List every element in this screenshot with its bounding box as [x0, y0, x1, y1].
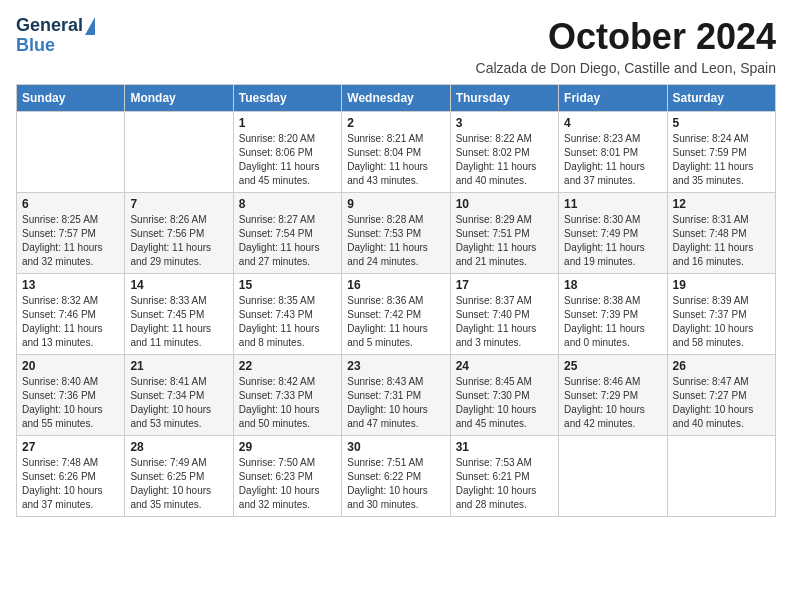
day-info: Sunrise: 8:38 AM Sunset: 7:39 PM Dayligh…	[564, 294, 661, 350]
day-info: Sunrise: 8:28 AM Sunset: 7:53 PM Dayligh…	[347, 213, 444, 269]
day-number: 13	[22, 278, 119, 292]
calendar-cell	[667, 436, 775, 517]
day-number: 22	[239, 359, 336, 373]
calendar-cell: 3Sunrise: 8:22 AM Sunset: 8:02 PM Daylig…	[450, 112, 558, 193]
calendar-cell: 15Sunrise: 8:35 AM Sunset: 7:43 PM Dayli…	[233, 274, 341, 355]
calendar-cell: 19Sunrise: 8:39 AM Sunset: 7:37 PM Dayli…	[667, 274, 775, 355]
day-info: Sunrise: 7:48 AM Sunset: 6:26 PM Dayligh…	[22, 456, 119, 512]
calendar-cell: 14Sunrise: 8:33 AM Sunset: 7:45 PM Dayli…	[125, 274, 233, 355]
day-info: Sunrise: 8:46 AM Sunset: 7:29 PM Dayligh…	[564, 375, 661, 431]
weekday-header-monday: Monday	[125, 85, 233, 112]
calendar-cell: 4Sunrise: 8:23 AM Sunset: 8:01 PM Daylig…	[559, 112, 667, 193]
day-info: Sunrise: 8:39 AM Sunset: 7:37 PM Dayligh…	[673, 294, 770, 350]
logo-blue: Blue	[16, 36, 55, 56]
day-number: 4	[564, 116, 661, 130]
day-info: Sunrise: 7:51 AM Sunset: 6:22 PM Dayligh…	[347, 456, 444, 512]
day-number: 28	[130, 440, 227, 454]
calendar-cell: 17Sunrise: 8:37 AM Sunset: 7:40 PM Dayli…	[450, 274, 558, 355]
weekday-header-friday: Friday	[559, 85, 667, 112]
calendar-week-4: 20Sunrise: 8:40 AM Sunset: 7:36 PM Dayli…	[17, 355, 776, 436]
calendar-cell: 26Sunrise: 8:47 AM Sunset: 7:27 PM Dayli…	[667, 355, 775, 436]
calendar-cell: 13Sunrise: 8:32 AM Sunset: 7:46 PM Dayli…	[17, 274, 125, 355]
day-info: Sunrise: 8:40 AM Sunset: 7:36 PM Dayligh…	[22, 375, 119, 431]
day-info: Sunrise: 8:45 AM Sunset: 7:30 PM Dayligh…	[456, 375, 553, 431]
day-info: Sunrise: 7:49 AM Sunset: 6:25 PM Dayligh…	[130, 456, 227, 512]
calendar-cell: 10Sunrise: 8:29 AM Sunset: 7:51 PM Dayli…	[450, 193, 558, 274]
weekday-header-saturday: Saturday	[667, 85, 775, 112]
day-number: 3	[456, 116, 553, 130]
day-info: Sunrise: 8:31 AM Sunset: 7:48 PM Dayligh…	[673, 213, 770, 269]
day-number: 7	[130, 197, 227, 211]
calendar-cell: 21Sunrise: 8:41 AM Sunset: 7:34 PM Dayli…	[125, 355, 233, 436]
logo-general: General	[16, 16, 83, 36]
day-number: 27	[22, 440, 119, 454]
location-title: Calzada de Don Diego, Castille and Leon,…	[476, 60, 776, 76]
day-number: 10	[456, 197, 553, 211]
day-info: Sunrise: 8:21 AM Sunset: 8:04 PM Dayligh…	[347, 132, 444, 188]
day-info: Sunrise: 8:26 AM Sunset: 7:56 PM Dayligh…	[130, 213, 227, 269]
day-number: 15	[239, 278, 336, 292]
weekday-header-tuesday: Tuesday	[233, 85, 341, 112]
calendar-cell: 20Sunrise: 8:40 AM Sunset: 7:36 PM Dayli…	[17, 355, 125, 436]
calendar-cell: 27Sunrise: 7:48 AM Sunset: 6:26 PM Dayli…	[17, 436, 125, 517]
day-info: Sunrise: 8:20 AM Sunset: 8:06 PM Dayligh…	[239, 132, 336, 188]
day-number: 5	[673, 116, 770, 130]
day-info: Sunrise: 8:41 AM Sunset: 7:34 PM Dayligh…	[130, 375, 227, 431]
calendar-body: 1Sunrise: 8:20 AM Sunset: 8:06 PM Daylig…	[17, 112, 776, 517]
day-number: 17	[456, 278, 553, 292]
day-info: Sunrise: 8:37 AM Sunset: 7:40 PM Dayligh…	[456, 294, 553, 350]
calendar-cell: 23Sunrise: 8:43 AM Sunset: 7:31 PM Dayli…	[342, 355, 450, 436]
day-number: 14	[130, 278, 227, 292]
calendar-week-5: 27Sunrise: 7:48 AM Sunset: 6:26 PM Dayli…	[17, 436, 776, 517]
calendar-cell: 2Sunrise: 8:21 AM Sunset: 8:04 PM Daylig…	[342, 112, 450, 193]
day-number: 18	[564, 278, 661, 292]
day-info: Sunrise: 8:25 AM Sunset: 7:57 PM Dayligh…	[22, 213, 119, 269]
logo-icon	[85, 17, 95, 35]
day-info: Sunrise: 7:53 AM Sunset: 6:21 PM Dayligh…	[456, 456, 553, 512]
calendar-cell: 6Sunrise: 8:25 AM Sunset: 7:57 PM Daylig…	[17, 193, 125, 274]
weekday-header-wednesday: Wednesday	[342, 85, 450, 112]
calendar-cell: 24Sunrise: 8:45 AM Sunset: 7:30 PM Dayli…	[450, 355, 558, 436]
calendar-cell: 11Sunrise: 8:30 AM Sunset: 7:49 PM Dayli…	[559, 193, 667, 274]
day-info: Sunrise: 8:29 AM Sunset: 7:51 PM Dayligh…	[456, 213, 553, 269]
day-number: 12	[673, 197, 770, 211]
day-number: 19	[673, 278, 770, 292]
day-number: 1	[239, 116, 336, 130]
calendar-cell: 29Sunrise: 7:50 AM Sunset: 6:23 PM Dayli…	[233, 436, 341, 517]
day-info: Sunrise: 8:32 AM Sunset: 7:46 PM Dayligh…	[22, 294, 119, 350]
day-info: Sunrise: 8:35 AM Sunset: 7:43 PM Dayligh…	[239, 294, 336, 350]
day-info: Sunrise: 8:36 AM Sunset: 7:42 PM Dayligh…	[347, 294, 444, 350]
day-number: 20	[22, 359, 119, 373]
calendar-cell	[125, 112, 233, 193]
day-info: Sunrise: 8:33 AM Sunset: 7:45 PM Dayligh…	[130, 294, 227, 350]
day-number: 23	[347, 359, 444, 373]
day-number: 25	[564, 359, 661, 373]
day-info: Sunrise: 8:23 AM Sunset: 8:01 PM Dayligh…	[564, 132, 661, 188]
day-number: 31	[456, 440, 553, 454]
calendar-cell: 28Sunrise: 7:49 AM Sunset: 6:25 PM Dayli…	[125, 436, 233, 517]
day-number: 24	[456, 359, 553, 373]
day-info: Sunrise: 8:27 AM Sunset: 7:54 PM Dayligh…	[239, 213, 336, 269]
calendar-cell: 1Sunrise: 8:20 AM Sunset: 8:06 PM Daylig…	[233, 112, 341, 193]
calendar-header-row: SundayMondayTuesdayWednesdayThursdayFrid…	[17, 85, 776, 112]
calendar-cell: 16Sunrise: 8:36 AM Sunset: 7:42 PM Dayli…	[342, 274, 450, 355]
calendar-cell: 30Sunrise: 7:51 AM Sunset: 6:22 PM Dayli…	[342, 436, 450, 517]
calendar-week-2: 6Sunrise: 8:25 AM Sunset: 7:57 PM Daylig…	[17, 193, 776, 274]
day-number: 6	[22, 197, 119, 211]
day-info: Sunrise: 7:50 AM Sunset: 6:23 PM Dayligh…	[239, 456, 336, 512]
calendar-cell: 18Sunrise: 8:38 AM Sunset: 7:39 PM Dayli…	[559, 274, 667, 355]
weekday-header-sunday: Sunday	[17, 85, 125, 112]
day-info: Sunrise: 8:22 AM Sunset: 8:02 PM Dayligh…	[456, 132, 553, 188]
day-number: 9	[347, 197, 444, 211]
calendar-cell: 25Sunrise: 8:46 AM Sunset: 7:29 PM Dayli…	[559, 355, 667, 436]
calendar-week-3: 13Sunrise: 8:32 AM Sunset: 7:46 PM Dayli…	[17, 274, 776, 355]
day-info: Sunrise: 8:47 AM Sunset: 7:27 PM Dayligh…	[673, 375, 770, 431]
day-info: Sunrise: 8:30 AM Sunset: 7:49 PM Dayligh…	[564, 213, 661, 269]
calendar-week-1: 1Sunrise: 8:20 AM Sunset: 8:06 PM Daylig…	[17, 112, 776, 193]
page-header: General Blue October 2024 Calzada de Don…	[16, 16, 776, 76]
day-number: 21	[130, 359, 227, 373]
day-info: Sunrise: 8:43 AM Sunset: 7:31 PM Dayligh…	[347, 375, 444, 431]
day-number: 30	[347, 440, 444, 454]
calendar-cell: 22Sunrise: 8:42 AM Sunset: 7:33 PM Dayli…	[233, 355, 341, 436]
calendar-cell: 8Sunrise: 8:27 AM Sunset: 7:54 PM Daylig…	[233, 193, 341, 274]
